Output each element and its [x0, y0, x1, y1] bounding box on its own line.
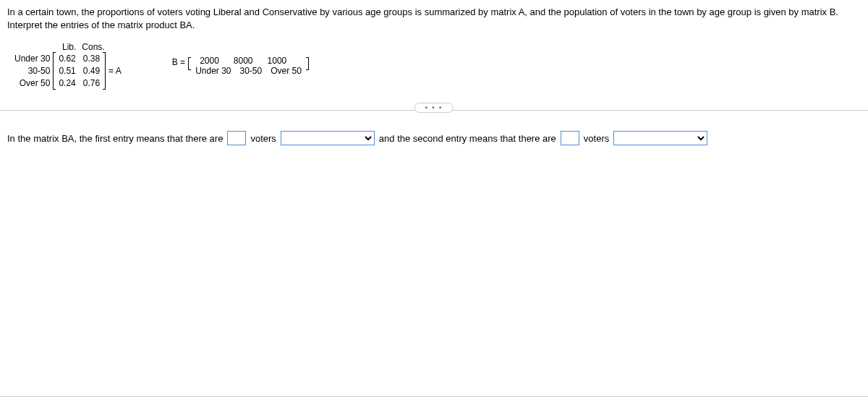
matrix-b-values: 2000 8000 1000 — [194, 56, 303, 66]
matrix-a-values: 0.62 0.38 0.51 0.49 0.24 0.76 — [56, 52, 103, 90]
matrix-a-row-labels: Under 30 30-50 Over 50 — [14, 54, 51, 88]
answer-part1: In the matrix BA, the first entry means … — [7, 133, 223, 144]
a-1-1: 0.49 — [83, 66, 100, 76]
b-val-1: 8000 — [234, 56, 253, 66]
matrix-b-content: 2000 8000 1000 Under 30 30-50 Over 50 — [194, 56, 303, 76]
voters-label-2: voters — [584, 133, 609, 144]
divider: • • • — [0, 110, 868, 111]
b-equals: B = — [172, 56, 185, 67]
b-label-0: Under 30 — [195, 66, 231, 76]
matrix-a-body: Under 30 30-50 Over 50 0.62 0.38 0.51 0.… — [14, 52, 122, 90]
a-0-1: 0.38 — [83, 54, 100, 64]
expand-button[interactable]: • • • — [414, 103, 454, 113]
bottom-divider — [0, 396, 868, 397]
first-entry-input[interactable] — [227, 131, 246, 145]
b-val-2: 1000 — [268, 56, 287, 66]
a-0-0: 0.62 — [59, 54, 75, 64]
ellipsis-icon: • • • — [425, 104, 443, 111]
voters-label-1: voters — [250, 133, 276, 144]
b-val-0: 2000 — [200, 56, 219, 66]
col-header-lib: Lib. — [62, 42, 76, 52]
matrix-a-container: Lib. Cons. Under 30 30-50 Over 50 0.62 0… — [14, 42, 122, 90]
first-entry-select[interactable] — [281, 131, 375, 145]
b-bracket-left-icon — [188, 57, 191, 70]
matrix-b-container: B = 2000 8000 1000 Under 30 30-50 Over 5… — [172, 56, 309, 76]
a-1-0: 0.51 — [59, 66, 75, 76]
matrices-row: Lib. Cons. Under 30 30-50 Over 50 0.62 0… — [0, 35, 868, 97]
problem-text-content: In a certain town, the proportions of vo… — [7, 7, 838, 30]
problem-statement: In a certain town, the proportions of vo… — [0, 0, 868, 35]
matrix-b-labels: Under 30 30-50 Over 50 — [194, 66, 303, 76]
second-entry-select[interactable] — [613, 131, 707, 145]
b-bracket-right-icon — [306, 57, 309, 70]
row-label-over50: Over 50 — [14, 78, 50, 88]
answer-row: In the matrix BA, the first entry means … — [0, 131, 868, 145]
answer-part2: and the second entry means that there ar… — [379, 133, 556, 144]
a-2-1: 0.76 — [83, 78, 100, 88]
row-label-3050: 30-50 — [14, 66, 50, 76]
row-label-under30: Under 30 — [14, 54, 50, 64]
matrix-a-col-headers: Lib. Cons. — [14, 42, 122, 52]
col-header-cons: Cons. — [82, 42, 104, 52]
b-label-2: Over 50 — [271, 66, 302, 76]
b-label-1: 30-50 — [240, 66, 263, 76]
a-2-0: 0.24 — [59, 78, 75, 88]
equals-a: = A — [106, 66, 122, 76]
second-entry-input[interactable] — [561, 131, 579, 145]
